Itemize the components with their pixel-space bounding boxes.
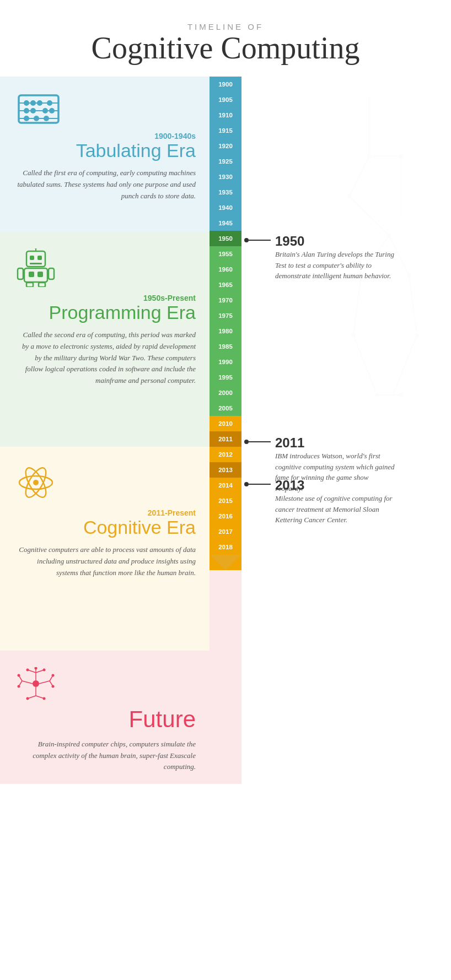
brain-icon [17, 667, 55, 700]
year-2018: 2018 [210, 539, 241, 555]
svg-point-46 [26, 668, 29, 671]
svg-point-50 [43, 697, 46, 700]
svg-line-40 [22, 681, 33, 684]
tabulating-icon-area [17, 93, 196, 127]
svg-point-17 [35, 248, 37, 249]
year-1940: 1940 [210, 200, 241, 215]
svg-rect-24 [18, 268, 23, 279]
year-1980: 1980 [210, 323, 241, 339]
tabulating-era-section: 1900-1940s Tabulating Era Called the fir… [0, 77, 210, 232]
svg-point-5 [30, 100, 36, 106]
left-column: 1900-1940s Tabulating Era Called the fir… [0, 77, 210, 784]
event-2011-year: 2011 [275, 435, 396, 451]
year-1950: 1950 [210, 231, 241, 246]
svg-rect-18 [30, 256, 34, 260]
event-1950: 1950 Britain's Alan Turing develops the … [241, 234, 396, 281]
year-1935: 1935 [210, 185, 241, 200]
header: TIMELINE OF Cognitive Computing [0, 0, 451, 77]
future-title: Future [17, 707, 196, 732]
svg-point-14 [44, 116, 49, 121]
year-2017: 2017 [210, 524, 241, 539]
blue-segment: 1900 1905 1910 1915 1920 1925 1930 1935 … [210, 77, 241, 231]
header-title: Cognitive Computing [0, 31, 451, 66]
svg-point-11 [49, 108, 55, 113]
cognitive-title: Cognitive Era [17, 517, 196, 538]
page-wrapper: TIMELINE OF Cognitive Computing [0, 0, 451, 784]
year-1915: 1915 [210, 123, 241, 138]
year-1930: 1930 [210, 169, 241, 185]
svg-point-7 [47, 100, 52, 106]
svg-point-6 [37, 100, 42, 106]
programming-era-section: 1950s-Present Programming Era Called the… [0, 232, 210, 447]
tabulating-period: 1900-1940s [17, 132, 196, 140]
future-era-section: Future Brain-inspired computer chips, co… [0, 651, 210, 784]
svg-rect-20 [30, 263, 42, 264]
year-2011: 2011 [210, 431, 241, 447]
year-2014: 2014 [210, 478, 241, 493]
event-1950-connector [244, 238, 271, 242]
year-1970: 1970 [210, 293, 241, 308]
cognitive-icon-area [17, 463, 196, 504]
svg-point-53 [52, 674, 55, 676]
year-1945: 1945 [210, 215, 241, 231]
svg-point-48 [35, 667, 37, 670]
main-layout: 1900-1940s Tabulating Era Called the fir… [0, 77, 451, 784]
svg-rect-21 [24, 268, 47, 282]
cognitive-period: 2011-Present [17, 508, 196, 517]
year-2010: 2010 [210, 416, 241, 431]
year-2012: 2012 [210, 447, 241, 462]
cognitive-era-section: 2011-Present Cognitive Era Cognitive com… [0, 447, 210, 651]
svg-point-10 [42, 108, 48, 113]
svg-rect-27 [39, 283, 45, 287]
year-1990: 1990 [210, 354, 241, 370]
atom-icon [17, 463, 55, 502]
header-subtitle: TIMELINE OF [0, 22, 451, 31]
programming-desc: Called the second era of computing, this… [17, 329, 196, 387]
event-1950-text: Britain's Alan Turing develops the Turin… [275, 249, 396, 281]
event-2013-connector [244, 482, 271, 486]
year-2013: 2013 [210, 462, 241, 478]
event-1950-year: 1950 [275, 234, 396, 250]
event-2013: 2013 Milestone use of cognitive computin… [241, 478, 396, 526]
year-2005: 2005 [210, 400, 241, 416]
svg-rect-23 [37, 272, 43, 277]
cognitive-desc: Cognitive computers are able to process … [17, 544, 196, 578]
future-icon-area [17, 667, 196, 702]
programming-title: Programming Era [17, 302, 196, 323]
tabulating-desc: Called the first era of computing, early… [17, 167, 196, 202]
year-1920: 1920 [210, 138, 241, 154]
svg-point-54 [52, 685, 55, 687]
timeline-arrow [210, 555, 241, 570]
future-spacer [210, 570, 241, 784]
programming-icon-area [17, 248, 196, 289]
year-1955: 1955 [210, 246, 241, 262]
year-1925: 1925 [210, 154, 241, 169]
svg-point-51 [18, 674, 20, 676]
year-1905: 1905 [210, 92, 241, 107]
svg-point-12 [24, 116, 29, 121]
right-column: 1950 Britain's Alan Turing develops the … [241, 77, 451, 784]
year-2000: 2000 [210, 385, 241, 400]
svg-point-49 [26, 697, 29, 700]
svg-rect-26 [26, 283, 33, 287]
svg-rect-22 [29, 272, 34, 277]
green-segment: 1950 1955 1960 1965 1970 1975 1980 1985 … [210, 231, 241, 416]
year-1900: 1900 [210, 77, 241, 92]
event-2013-content: 2013 Milestone use of cognitive computin… [271, 478, 396, 526]
svg-point-28 [33, 480, 39, 485]
svg-point-4 [24, 100, 29, 106]
event-2013-year: 2013 [275, 478, 396, 494]
svg-line-43 [39, 681, 50, 684]
orange-segment: 2010 2011 2012 2013 2014 2015 2016 2017 … [210, 416, 241, 570]
year-1960: 1960 [210, 262, 241, 277]
year-2015: 2015 [210, 493, 241, 508]
svg-point-8 [24, 108, 29, 113]
svg-point-47 [43, 668, 46, 671]
future-desc: Brain-inspired computer chips, computers… [17, 739, 196, 773]
right-events-area: 1950 Britain's Alan Turing develops the … [241, 77, 451, 784]
svg-rect-19 [37, 256, 42, 260]
center-timeline-column: 1900 1905 1910 1915 1920 1925 1930 1935 … [210, 77, 241, 784]
event-1950-content: 1950 Britain's Alan Turing develops the … [271, 234, 396, 281]
programming-period: 1950s-Present [17, 294, 196, 302]
event-2013-text: Milestone use of cognitive computing for… [275, 493, 396, 526]
